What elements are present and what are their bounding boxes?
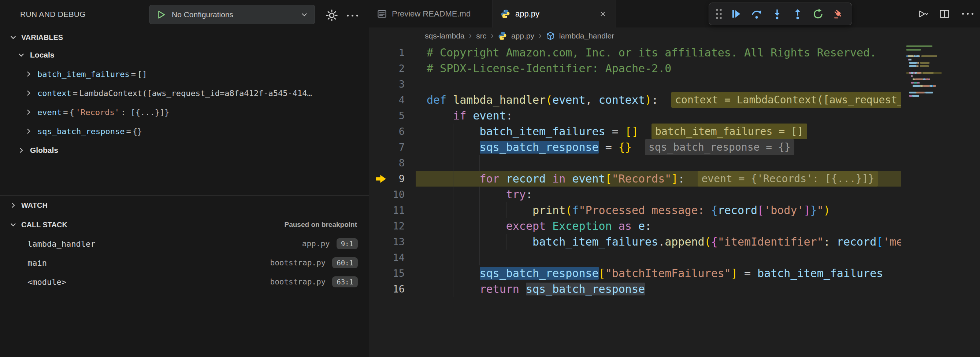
- minimap-line: [907, 59, 942, 61]
- debug-inline-value: sqs_batch_response = {}: [645, 139, 794, 155]
- indent-guide: [453, 124, 453, 139]
- variable-row[interactable]: context = LambdaContext([aws_request_id=…: [0, 84, 369, 103]
- line-content: if event:: [426, 108, 901, 124]
- line-gutter[interactable]: 7: [369, 139, 405, 155]
- scope-locals[interactable]: Locals: [0, 45, 369, 64]
- code-line-11[interactable]: 11 print(f"Processed message: {record['b…: [369, 202, 901, 218]
- line-gutter[interactable]: 4: [369, 92, 405, 108]
- code-line-7[interactable]: 7 sqs_batch_response = {}sqs_batch_respo…: [369, 139, 901, 155]
- line-gutter[interactable]: 6: [369, 124, 405, 139]
- minimap-line: [907, 95, 942, 97]
- code-line-5[interactable]: 5 if event:: [369, 108, 901, 124]
- code-line-15[interactable]: 15 sqs_batch_response["batchItemFailures…: [369, 265, 901, 281]
- step-out-button[interactable]: [788, 5, 807, 23]
- breadcrumb-separator: ›: [539, 31, 542, 41]
- indent-guide: [453, 218, 453, 234]
- code-line-2[interactable]: 2# SPDX-License-Identifier: Apache-2.0: [369, 61, 901, 76]
- code-token: # SPDX-License-Identifier: Apache-2.0: [426, 62, 671, 75]
- callstack-frame[interactable]: lambda_handlerapp.py9:1: [0, 234, 369, 253]
- tab-app-py[interactable]: app.py: [493, 0, 616, 27]
- line-gutter[interactable]: 12: [369, 218, 405, 234]
- watch-section-header[interactable]: WATCH: [0, 195, 369, 215]
- variable-row[interactable]: event = {'Records': [{...}]}: [0, 103, 369, 122]
- code-line-1[interactable]: 1# Copyright Amazon.com, Inc. or its aff…: [369, 45, 901, 61]
- run-icon: [918, 9, 928, 19]
- restart-icon: [813, 8, 824, 19]
- run-python-file-button[interactable]: [918, 9, 928, 19]
- breadcrumb-folder[interactable]: src: [476, 32, 486, 40]
- variable-row[interactable]: batch_item_failures = []: [0, 64, 369, 84]
- continue-button[interactable]: [727, 5, 746, 23]
- minimap[interactable]: [907, 45, 942, 108]
- code-token: for: [480, 172, 506, 185]
- line-gutter[interactable]: 10: [369, 186, 405, 202]
- code-token: sqs_batch_response: [480, 267, 599, 280]
- restart-button[interactable]: [808, 5, 828, 23]
- more-actions-icon[interactable]: [343, 8, 362, 23]
- code-line-10[interactable]: 10 try:: [369, 186, 901, 202]
- chevron-right-icon: [25, 108, 32, 116]
- step-over-button[interactable]: [747, 5, 766, 23]
- paused-status-badge: Paused on breakpoint: [285, 221, 357, 229]
- split-editor-icon[interactable]: [939, 9, 950, 19]
- line-gutter[interactable]: 2: [369, 61, 405, 76]
- minimap-line: [907, 65, 942, 67]
- breadcrumb-file[interactable]: app.py: [511, 32, 534, 40]
- line-gutter[interactable]: 13: [369, 234, 405, 250]
- code-line-3[interactable]: 3: [369, 76, 901, 92]
- toolbar-drag-grip[interactable]: [713, 5, 725, 23]
- line-content: batch_item_failures = []batch_item_failu…: [426, 124, 901, 139]
- scope-globals[interactable]: Globals: [0, 141, 369, 160]
- line-gutter[interactable]: 11: [369, 202, 405, 218]
- line-gutter[interactable]: 9: [369, 171, 405, 186]
- disconnect-button[interactable]: [829, 5, 848, 23]
- tab-preview-readme[interactable]: Preview README.md: [369, 0, 493, 27]
- debug-config-dropdown[interactable]: No Configurations: [150, 5, 315, 24]
- code-token: sqs_batch_response: [526, 283, 645, 295]
- continue-icon: [730, 8, 741, 19]
- line-gutter[interactable]: 1: [369, 45, 405, 61]
- line-gutter[interactable]: 16: [369, 281, 405, 297]
- code-line-13[interactable]: 13 batch_item_failures.append({"itemIden…: [369, 234, 901, 250]
- code-token: [426, 188, 506, 201]
- line-gutter[interactable]: 14: [369, 250, 405, 265]
- code-text: batch_item_failures.append({"itemIdentif…: [426, 235, 901, 248]
- code-token: ]: [731, 267, 738, 280]
- code-line-6[interactable]: 6 batch_item_failures = []batch_item_fai…: [369, 124, 901, 139]
- variable-row[interactable]: sqs_batch_response = {}: [0, 122, 369, 141]
- line-gutter[interactable]: 8: [369, 155, 405, 171]
- step-into-button[interactable]: [768, 5, 787, 23]
- code-line-12[interactable]: 12 except Exception as e:: [369, 218, 901, 234]
- call-stack-section-header[interactable]: CALL STACK Paused on breakpoint: [0, 215, 369, 234]
- breadcrumb-folder[interactable]: sqs-lambda: [425, 32, 465, 40]
- start-debug-icon[interactable]: [156, 10, 166, 19]
- line-number: 11: [393, 204, 405, 216]
- editor-group: Preview README.md app.py: [369, 0, 980, 357]
- line-gutter[interactable]: 3: [369, 76, 405, 92]
- line-content: for record in event["Records"]:event = {…: [426, 171, 901, 186]
- code-token: e: [638, 220, 645, 233]
- frame-line-badge: 63:1: [332, 276, 358, 287]
- code-text: except Exception as e:: [426, 220, 652, 233]
- variable-name: context: [37, 89, 72, 98]
- indent-guide: [453, 265, 453, 281]
- variables-section-header[interactable]: VARIABLES: [0, 29, 369, 45]
- line-gutter[interactable]: 15: [369, 265, 405, 281]
- close-tab-icon[interactable]: [598, 9, 608, 19]
- chevron-right-icon: [25, 89, 32, 97]
- code-line-16[interactable]: 16 return sqs_batch_response: [369, 281, 901, 297]
- code-token: (: [705, 235, 711, 248]
- line-gutter[interactable]: 5: [369, 108, 405, 124]
- breadcrumb-symbol[interactable]: lambda_handler: [559, 32, 614, 40]
- code-editor[interactable]: 1# Copyright Amazon.com, Inc. or its aff…: [369, 44, 980, 357]
- code-line-9[interactable]: 9 for record in event["Records"]:event =…: [369, 171, 901, 186]
- callstack-frame[interactable]: mainbootstrap.py60:1: [0, 253, 369, 273]
- code-line-4[interactable]: 4def lambda_handler(event, context):cont…: [369, 92, 901, 108]
- gear-icon[interactable]: [325, 8, 339, 23]
- callstack-frame[interactable]: <module>bootstrap.py63:1: [0, 273, 369, 292]
- code-line-8[interactable]: 8: [369, 155, 901, 171]
- line-number: 12: [393, 220, 405, 232]
- code-line-14[interactable]: 14: [369, 250, 901, 265]
- editor-more-actions-icon[interactable]: [961, 13, 975, 15]
- minimap-line: [907, 49, 942, 51]
